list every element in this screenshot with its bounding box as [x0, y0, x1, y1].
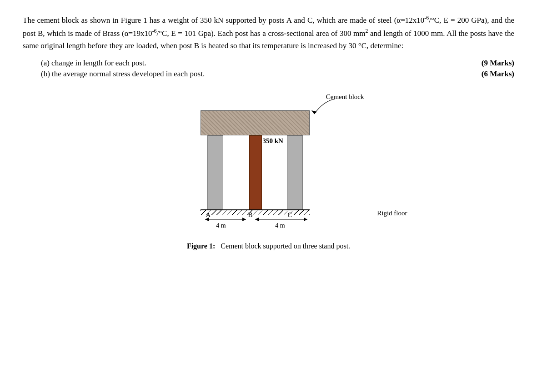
post-c — [287, 135, 303, 210]
cement-block-rect: 350 kN — [201, 110, 310, 135]
svg-text:4 m: 4 m — [216, 222, 226, 229]
svg-marker-3 — [242, 218, 246, 221]
question-a-text: (a) change in length for each post. — [41, 59, 472, 68]
figure-section: Cement block 350 kN Rigid floor A B C — [23, 92, 514, 250]
figure-label: Figure 1: — [187, 242, 215, 250]
rigid-floor-label: Rigid floor — [377, 209, 407, 217]
question-b-text: (b) the average normal stress developed … — [41, 69, 472, 79]
post-a — [207, 135, 223, 210]
force-label: 350 kN — [260, 137, 286, 145]
svg-marker-0 — [311, 110, 317, 114]
questions-section: (a) change in length for each post. (9 M… — [41, 59, 514, 79]
diagram: Cement block 350 kN Rigid floor A B C — [173, 92, 364, 238]
svg-text:4 m: 4 m — [275, 222, 285, 229]
figure-caption: Figure 1: Cement block supported on thre… — [187, 242, 350, 250]
question-a-marks: (9 Marks) — [482, 59, 514, 68]
svg-marker-6 — [255, 218, 259, 221]
post-b — [249, 135, 262, 210]
figure-description: Cement block supported on three stand po… — [221, 242, 350, 250]
svg-marker-7 — [304, 218, 307, 221]
rigid-floor — [201, 209, 310, 215]
problem-text: The cement block as shown in Figure 1 ha… — [23, 14, 514, 52]
question-b-row: (b) the average normal stress developed … — [41, 69, 514, 79]
problem-paragraph: The cement block as shown in Figure 1 ha… — [23, 14, 514, 52]
svg-marker-2 — [205, 218, 209, 221]
dimension-lines: 4 m 4 m — [196, 215, 319, 233]
question-a-row: (a) change in length for each post. (9 M… — [41, 59, 514, 68]
question-b-marks: (6 Marks) — [482, 69, 514, 79]
